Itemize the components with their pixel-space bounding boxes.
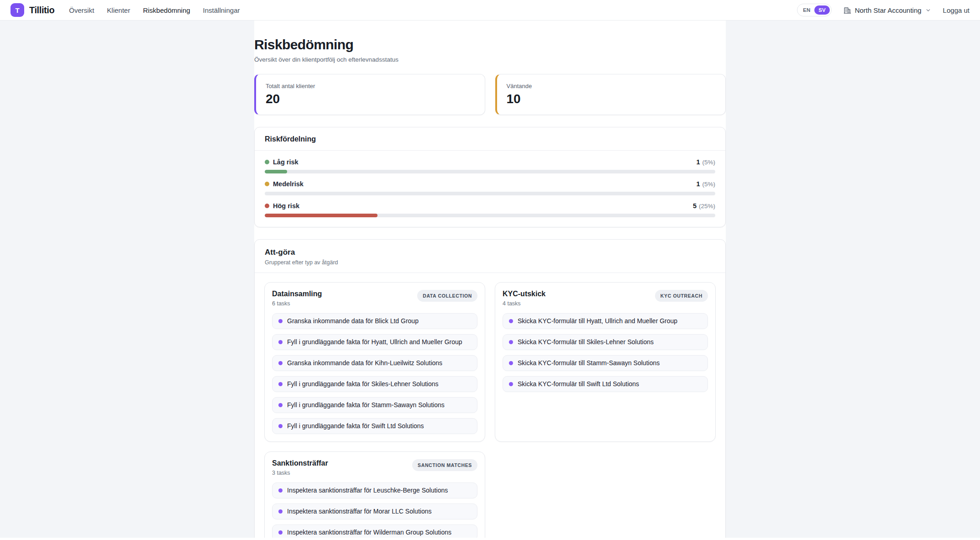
task-text: Skicka KYC-formulär till Stamm-Sawayn So… bbox=[518, 359, 660, 367]
low-risk-dot-icon bbox=[265, 160, 269, 164]
language-sv-button[interactable]: SV bbox=[814, 5, 829, 15]
risk-percent: (25%) bbox=[699, 203, 715, 210]
task-list: Granska inkommande data för Blick Ltd Gr… bbox=[272, 313, 477, 434]
task-group-data-collection: Datainsamling 6 tasks DATA COLLECTION Gr… bbox=[264, 282, 485, 442]
risk-label: Medelrisk bbox=[273, 180, 304, 188]
stat-label: Totalt antal klienter bbox=[266, 83, 475, 89]
page-title: Riskbedömning bbox=[254, 37, 726, 52]
task-dot-icon bbox=[278, 488, 283, 493]
task-dot-icon bbox=[509, 361, 513, 365]
high-risk-dot-icon bbox=[265, 204, 269, 208]
risk-percent: (5%) bbox=[702, 181, 715, 188]
task-dot-icon bbox=[509, 340, 513, 344]
task-item[interactable]: Granska inkommande data för Blick Ltd Gr… bbox=[272, 313, 477, 329]
group-badge: DATA COLLECTION bbox=[417, 290, 477, 302]
task-dot-icon bbox=[509, 382, 513, 386]
task-item[interactable]: Skicka KYC-formulär till Hyatt, Ullrich … bbox=[503, 313, 708, 329]
risk-bar-fill bbox=[265, 192, 287, 195]
todo-subtitle: Grupperat efter typ av åtgärd bbox=[265, 259, 715, 266]
logout-button[interactable]: Logga ut bbox=[943, 6, 970, 14]
brand: T Tillitio bbox=[10, 3, 54, 17]
risk-bar-track bbox=[265, 214, 715, 217]
task-dot-icon bbox=[278, 530, 283, 535]
stat-value: 10 bbox=[507, 92, 716, 106]
stats-row: Totalt antal klienter 20 Väntande 10 bbox=[254, 74, 726, 115]
task-dot-icon bbox=[278, 403, 283, 407]
nav-item-oversikt[interactable]: Översikt bbox=[69, 6, 94, 14]
task-item[interactable]: Fyll i grundläggande fakta för Hyatt, Ul… bbox=[272, 334, 477, 350]
building-icon bbox=[844, 6, 851, 14]
risk-percent: (5%) bbox=[702, 159, 715, 166]
language-toggle: EN SV bbox=[797, 4, 831, 16]
task-text: Fyll i grundläggande fakta för Hyatt, Ul… bbox=[287, 338, 462, 346]
risk-bar-fill bbox=[265, 170, 287, 173]
app-header: T Tillitio Översikt Klienter Riskbedömni… bbox=[0, 0, 980, 21]
task-item[interactable]: Fyll i grundläggande fakta för Skiles-Le… bbox=[272, 376, 477, 392]
risk-bar-track bbox=[265, 170, 715, 173]
stat-card-pending: Väntande 10 bbox=[495, 74, 726, 115]
group-badge: KYC OUTREACH bbox=[655, 290, 708, 302]
task-list: Skicka KYC-formulär till Hyatt, Ullrich … bbox=[503, 313, 708, 392]
group-task-count: 3 tasks bbox=[272, 470, 328, 476]
stat-value: 20 bbox=[266, 92, 475, 106]
nav-item-riskbedomning[interactable]: Riskbedömning bbox=[143, 6, 190, 14]
stat-card-total-clients: Totalt antal klienter 20 bbox=[254, 74, 485, 115]
risk-distribution-title: Riskfördelning bbox=[265, 135, 715, 143]
group-title: Datainsamling bbox=[272, 290, 322, 298]
task-text: Skicka KYC-formulär till Skiles-Lehner S… bbox=[518, 338, 654, 346]
task-item[interactable]: Inspektera sanktionsträffar för Wilderma… bbox=[272, 524, 477, 540]
group-title: KYC-utskick bbox=[503, 290, 545, 298]
task-dot-icon bbox=[278, 340, 283, 344]
task-dot-icon bbox=[278, 424, 283, 428]
task-group-sanction-matches: Sanktionsträffar 3 tasks SANCTION MATCHE… bbox=[264, 451, 485, 540]
task-text: Granska inkommande data för Kihn-Lueilwi… bbox=[287, 359, 442, 367]
todo-card: Att-göra Grupperat efter typ av åtgärd D… bbox=[254, 239, 726, 540]
todo-header: Att-göra Grupperat efter typ av åtgärd bbox=[255, 240, 725, 273]
task-dot-icon bbox=[278, 361, 283, 365]
task-item[interactable]: Inspektera sanktionsträffar för Morar LL… bbox=[272, 503, 477, 519]
header-right: EN SV North Star Accounting Logga ut bbox=[797, 4, 970, 16]
risk-row-low: Låg risk 1 (5%) bbox=[265, 158, 715, 173]
stat-label: Väntande bbox=[507, 83, 716, 89]
task-item[interactable]: Fyll i grundläggande fakta för Stamm-Saw… bbox=[272, 397, 477, 413]
task-text: Fyll i grundläggande fakta för Swift Ltd… bbox=[287, 422, 424, 430]
task-text: Skicka KYC-formulär till Hyatt, Ullrich … bbox=[518, 317, 677, 325]
risk-distribution-header: Riskfördelning bbox=[255, 127, 725, 151]
nav-item-klienter[interactable]: Klienter bbox=[107, 6, 130, 14]
risk-label: Hög risk bbox=[273, 202, 299, 210]
language-en-button[interactable]: EN bbox=[799, 5, 814, 15]
group-task-count: 4 tasks bbox=[503, 300, 545, 307]
task-dot-icon bbox=[278, 382, 283, 386]
task-item[interactable]: Granska inkommande data för Kihn-Lueilwi… bbox=[272, 355, 477, 371]
task-item[interactable]: Skicka KYC-formulär till Stamm-Sawayn So… bbox=[503, 355, 708, 371]
task-text: Fyll i grundläggande fakta för Skiles-Le… bbox=[287, 380, 439, 388]
group-badge: SANCTION MATCHES bbox=[412, 459, 477, 471]
risk-distribution-card: Riskfördelning Låg risk 1 (5%) bbox=[254, 127, 726, 227]
risk-count: 5 bbox=[693, 202, 697, 210]
task-dot-icon bbox=[278, 509, 283, 514]
group-title: Sanktionsträffar bbox=[272, 459, 328, 467]
risk-distribution-body: Låg risk 1 (5%) Medelrisk bbox=[255, 151, 725, 227]
page-subtitle: Översikt över din klientportfölj och eft… bbox=[254, 56, 726, 63]
main-nav: Översikt Klienter Riskbedömning Inställn… bbox=[69, 6, 240, 14]
task-text: Inspektera sanktionsträffar för Wilderma… bbox=[287, 529, 451, 536]
chevron-down-icon bbox=[925, 7, 931, 13]
task-item[interactable]: Skicka KYC-formulär till Skiles-Lehner S… bbox=[503, 334, 708, 350]
task-text: Skicka KYC-formulär till Swift Ltd Solut… bbox=[518, 380, 639, 388]
task-dot-icon bbox=[278, 319, 283, 323]
org-switcher[interactable]: North Star Accounting bbox=[844, 6, 931, 14]
nav-item-installningar[interactable]: Inställningar bbox=[203, 6, 240, 14]
todo-body: Datainsamling 6 tasks DATA COLLECTION Gr… bbox=[255, 273, 725, 540]
task-text: Inspektera sanktionsträffar för Morar LL… bbox=[287, 508, 431, 515]
group-task-count: 6 tasks bbox=[272, 300, 322, 307]
risk-bar-fill bbox=[265, 214, 377, 217]
task-list: Inspektera sanktionsträffar för Leuschke… bbox=[272, 482, 477, 540]
org-name: North Star Accounting bbox=[855, 6, 922, 14]
task-group-kyc-outreach: KYC-utskick 4 tasks KYC OUTREACH Skicka … bbox=[495, 282, 716, 442]
risk-label: Låg risk bbox=[273, 158, 299, 166]
task-item[interactable]: Inspektera sanktionsträffar för Leuschke… bbox=[272, 482, 477, 498]
task-item[interactable]: Fyll i grundläggande fakta för Swift Ltd… bbox=[272, 418, 477, 434]
task-text: Granska inkommande data för Blick Ltd Gr… bbox=[287, 317, 419, 325]
main-content: Riskbedömning Översikt över din klientpo… bbox=[254, 21, 726, 540]
task-item[interactable]: Skicka KYC-formulär till Swift Ltd Solut… bbox=[503, 376, 708, 392]
